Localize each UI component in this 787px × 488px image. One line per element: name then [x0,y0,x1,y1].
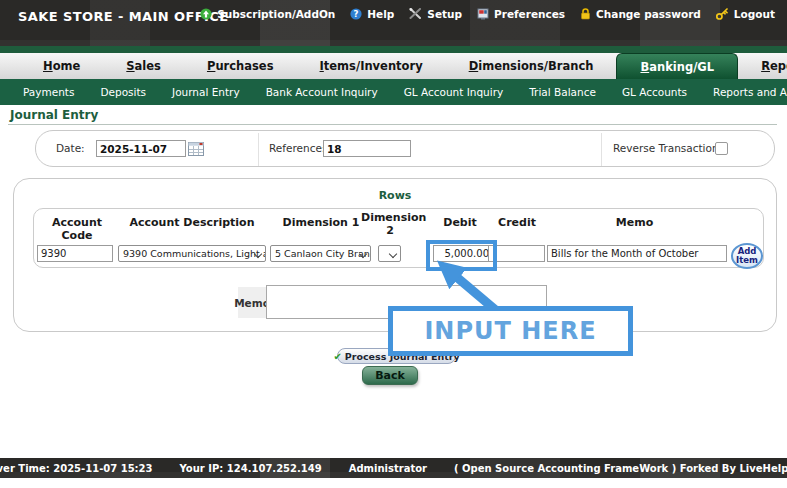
setup-link[interactable]: Setup [409,8,462,20]
col-header-dimension1: Dimension 1 [270,217,372,230]
submenu-deposits[interactable]: Deposits [87,86,159,98]
setup-icon [409,8,422,20]
logout-link[interactable]: Logout [716,8,775,20]
col-header-dimension2: Dimension 2 [361,212,419,237]
status-footer-bar: Server Time: 2025-11-07 15:23 Your IP: 1… [0,458,787,478]
submenu-reports-analysis[interactable]: Reports and Analysis [700,86,787,98]
server-time: Server Time: 2025-11-07 15:23 [0,463,153,474]
row-memo-input[interactable] [547,245,727,262]
page-title: Journal Entry [10,108,98,122]
client-ip: Your IP: 124.107.252.149 [180,463,322,474]
change-password-link[interactable]: Change password [580,8,701,20]
key-icon [716,8,729,20]
add-item-button[interactable]: Add Item [731,243,763,269]
preferences-icon [477,8,489,20]
panel-divider [601,133,602,166]
subscription-addon-link[interactable]: Subscription/AddOn [200,8,335,20]
tab-purchases[interactable]: Purchases [184,53,297,79]
main-tab-bar: Home Sales Purchases Items/Inventory Dim… [0,53,787,79]
col-header-memo: Memo [562,217,707,230]
col-header-credit: Credit [488,217,546,230]
top-utility-links: Subscription/AddOn ? Help Setup Preferen… [200,8,775,20]
subscription-icon [200,8,212,20]
col-header-account-code: Account Code [37,217,117,242]
tab-dimensions-branch[interactable]: Dimensions/Branch [446,53,617,79]
app-window: SAKE STORE - MAIN OFFICE Subscription/Ad… [0,0,787,488]
tab-home[interactable]: Home [20,53,103,79]
header-accent-strip [0,46,787,53]
logged-in-user: Administrator [349,463,427,474]
submenu-journal-entry[interactable]: Journal Entry [159,86,253,98]
chevron-down-icon [389,250,397,258]
col-header-debit: Debit [430,217,490,230]
reference-input[interactable] [323,140,411,157]
tab-reports[interactable]: Reports [738,53,787,79]
calendar-icon[interactable] [188,141,204,160]
banking-gl-submenu: Payments Deposits Journal Entry Bank Acc… [0,79,787,105]
reverse-transaction-label: Reverse Transaction: [613,142,722,154]
tab-items-inventory[interactable]: Items/Inventory [297,53,446,79]
submenu-gl-accounts[interactable]: GL Accounts [609,86,700,98]
submenu-payments[interactable]: Payments [10,86,87,98]
tab-sales[interactable]: Sales [103,53,184,79]
preferences-link[interactable]: Preferences [477,8,565,20]
col-header-account-description: Account Description [122,217,262,230]
input-here-callout: INPUT HERE [388,306,633,356]
credit-input[interactable] [488,245,545,262]
dimension1-select[interactable]: 5 Canlaon City Branch [270,245,371,262]
submenu-trial-balance[interactable]: Trial Balance [516,86,609,98]
submenu-gl-account-inquiry[interactable]: GL Account Inquiry [391,86,517,98]
input-here-text: INPUT HERE [424,317,596,345]
dimension2-select[interactable] [378,245,401,262]
panel-divider [258,133,259,166]
help-icon: ? [350,8,362,20]
reference-label: Reference: [269,142,325,154]
back-button[interactable]: Back [362,366,418,385]
debit-input[interactable] [433,245,493,262]
reverse-transaction-checkbox[interactable] [715,142,728,155]
framework-credit: ( Open Source Accounting FrameWork ) For… [454,463,787,474]
rows-section-title: Rows [14,189,776,202]
submenu-bank-account-inquiry[interactable]: Bank Account Inquiry [253,86,391,98]
rows-table: Account Code Account Description Dimensi… [33,208,764,268]
header-fields-panel: Date: Reference: Reverse Transaction: [35,130,775,167]
company-title: SAKE STORE - MAIN OFFICE [0,0,228,24]
tab-banking-gl[interactable]: Banking/GL [616,53,738,79]
help-link[interactable]: ? Help [350,8,394,20]
svg-text:?: ? [354,9,359,19]
date-input[interactable] [96,140,186,157]
top-header-bar: SAKE STORE - MAIN OFFICE Subscription/Ad… [0,0,787,46]
memo-label: Memo [238,287,266,318]
lock-icon [580,8,591,20]
account-description-select[interactable]: 9390 Communications, Light and \ [118,245,266,262]
checkmark-icon: ✔ [333,351,341,362]
title-divider [8,124,777,125]
date-label: Date: [56,142,85,154]
account-code-input[interactable] [37,245,113,262]
